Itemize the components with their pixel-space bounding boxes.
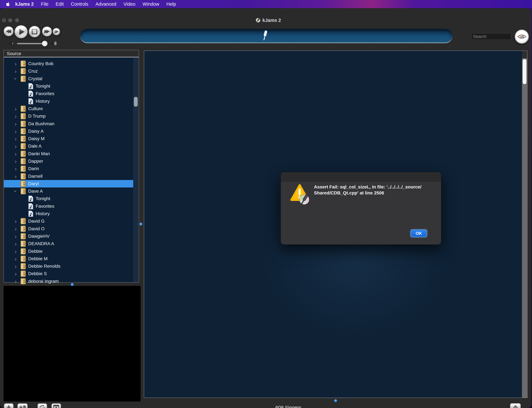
- sidebar-item-da-bushman[interactable]: ›Da Bushman: [4, 120, 134, 127]
- speaker-quiet-icon: [9, 41, 14, 46]
- play-button[interactable]: [14, 25, 28, 38]
- sidebar-item-crystal[interactable]: ›Crystal: [4, 75, 134, 83]
- chevron-right-icon[interactable]: ›: [13, 233, 18, 239]
- chevron-right-icon[interactable]: ›: [13, 106, 18, 111]
- source-header: Source: [4, 50, 139, 57]
- chevron-right-icon[interactable]: ›: [13, 271, 18, 276]
- close-button[interactable]: [2, 18, 6, 22]
- chevron-right-icon[interactable]: ›: [13, 68, 18, 74]
- main-scrollbar-track[interactable]: [522, 51, 527, 398]
- singer-icon: [20, 158, 26, 164]
- chevron-right-icon[interactable]: ›: [13, 113, 18, 119]
- sidebar-item-tonight[interactable]: ›Tonight: [4, 83, 134, 90]
- sidebar-item-tonight[interactable]: ›Tonight: [4, 195, 134, 202]
- sidebar-item-label: Debbie M: [28, 256, 48, 261]
- singer-icon: [20, 136, 26, 142]
- minimize-button[interactable]: [8, 18, 12, 22]
- sidebar-item-daisy-a[interactable]: ›Daisy A: [4, 128, 134, 135]
- chevron-right-icon[interactable]: ›: [13, 248, 18, 254]
- add-singer-button[interactable]: +: [17, 403, 28, 408]
- stop-button[interactable]: [29, 26, 40, 37]
- sidebar-item-favorites[interactable]: ›Favorites: [4, 90, 134, 97]
- bottom-splitter-handle[interactable]: [334, 399, 337, 402]
- chevron-right-icon[interactable]: ›: [13, 174, 18, 179]
- chevron-right-icon[interactable]: ›: [13, 279, 18, 284]
- sidebar-item-david-g[interactable]: ›David G: [4, 217, 134, 225]
- menu-item-advanced[interactable]: Advanced: [95, 1, 116, 7]
- sidebar-item-debbie-m[interactable]: ›Debbie M: [4, 255, 134, 263]
- chevron-right-icon[interactable]: ›: [13, 256, 18, 262]
- chevron-right-icon[interactable]: ›: [13, 241, 18, 246]
- sidebar-item-label: Favorites: [36, 204, 54, 209]
- chevron-right-icon[interactable]: ›: [13, 226, 18, 231]
- chevron-right-icon[interactable]: ›: [13, 143, 18, 149]
- chevron-right-icon[interactable]: ›: [13, 159, 18, 164]
- menu-item-window[interactable]: Window: [143, 1, 159, 7]
- singer-icon: [20, 76, 26, 82]
- menu-item-kjams-2[interactable]: kJams 2: [15, 1, 34, 7]
- chevron-right-icon[interactable]: ›: [13, 121, 18, 127]
- sidebar-item-danki-man[interactable]: ›Danki Man: [4, 150, 134, 158]
- menu-item-video[interactable]: Video: [123, 1, 135, 7]
- sidebar-item-david-o[interactable]: ›David O: [4, 225, 134, 232]
- chevron-down-icon[interactable]: ›: [13, 76, 18, 82]
- add-button[interactable]: +: [4, 403, 14, 408]
- step-forward-button[interactable]: [53, 28, 60, 35]
- sidebar-item-darnell[interactable]: ›Darnell: [4, 172, 134, 180]
- sidebar-item-debbie-s[interactable]: ›Debbie S: [4, 270, 134, 277]
- chevron-right-icon[interactable]: ›: [13, 218, 18, 224]
- sidebar-scrollbar-track[interactable]: [133, 58, 138, 282]
- volume-slider-knob[interactable]: [42, 41, 47, 46]
- search-input[interactable]: [471, 33, 511, 40]
- sidebar-item-d-trump[interactable]: ›D Trump: [4, 112, 134, 120]
- sidebar-item-label: Dapper: [28, 159, 43, 164]
- chevron-right-icon[interactable]: ›: [13, 136, 18, 141]
- chevron-right-icon[interactable]: ›: [13, 264, 18, 269]
- menu-item-edit[interactable]: Edit: [56, 1, 64, 7]
- stop-icon: [32, 29, 37, 34]
- visualizer-eye-button[interactable]: [515, 29, 529, 44]
- sidebar-item-label: Debbie: [28, 249, 42, 254]
- sidebar-scrollbar-thumb[interactable]: [134, 97, 138, 107]
- zoom-button[interactable]: [15, 18, 19, 22]
- repeat-button[interactable]: [37, 403, 47, 408]
- sidebar-item-daisy-m[interactable]: ›Daisy M: [4, 135, 134, 142]
- sidebar-item-culture[interactable]: ›Culture: [4, 105, 134, 112]
- sidebar-item-label: David O: [28, 226, 44, 231]
- main-scrollbar-thumb[interactable]: [523, 59, 526, 84]
- sidebar-item-cruz[interactable]: ›Cruz: [4, 68, 134, 75]
- sidebar-item-debbie-renolds[interactable]: ›Debbie Renolds: [4, 263, 134, 270]
- sidebar-item-deborai-ingram[interactable]: ›deborai Ingram: [4, 278, 134, 284]
- menu-item-help[interactable]: Help: [166, 1, 176, 7]
- rewind-button[interactable]: [4, 26, 14, 36]
- menu-item-controls[interactable]: Controls: [71, 1, 88, 7]
- chevron-right-icon[interactable]: ›: [13, 151, 18, 157]
- sidebar-item-dawgiehv[interactable]: ›DawgieHV: [4, 232, 134, 240]
- sidebar-splitter-handle[interactable]: [139, 223, 142, 226]
- sidebar-item-daryl[interactable]: ›Daryl: [4, 180, 134, 187]
- chevron-right-icon[interactable]: ›: [13, 61, 18, 67]
- sidebar-item-history[interactable]: ›History: [4, 97, 134, 105]
- video-splitter-handle[interactable]: [71, 283, 74, 286]
- sidebar-item-debbie[interactable]: ›Debbie: [4, 247, 134, 255]
- fast-forward-button[interactable]: [42, 26, 52, 36]
- chevron-right-icon[interactable]: ›: [13, 166, 18, 171]
- import-drawer-button[interactable]: [51, 403, 61, 408]
- sidebar-item-deandra-a[interactable]: ›DEANDRA A: [4, 240, 134, 247]
- apple-menu[interactable]: [5, 1, 11, 7]
- sidebar-item-darin[interactable]: ›Darin: [4, 165, 134, 172]
- eject-button[interactable]: [510, 403, 521, 408]
- chevron-right-icon[interactable]: ›: [13, 128, 18, 134]
- sidebar-item-dave-a[interactable]: ›Dave A: [4, 187, 134, 195]
- sidebar-item-history[interactable]: ›History: [4, 210, 134, 217]
- sidebar-item-dapper[interactable]: ›Dapper: [4, 158, 134, 165]
- menu-item-file[interactable]: File: [41, 1, 49, 7]
- sidebar-item-country-bob[interactable]: ›Country Bob: [4, 60, 134, 68]
- chevron-down-icon[interactable]: ›: [13, 188, 18, 194]
- singer-icon: [20, 120, 26, 127]
- sidebar-item-label: Dave A: [28, 189, 43, 194]
- sidebar-item-dale-a[interactable]: ›Dale A: [4, 142, 134, 150]
- sidebar-item-favorites[interactable]: ›Favorites: [4, 203, 134, 210]
- singer-icon: [20, 151, 26, 157]
- ok-button[interactable]: OK: [411, 230, 427, 237]
